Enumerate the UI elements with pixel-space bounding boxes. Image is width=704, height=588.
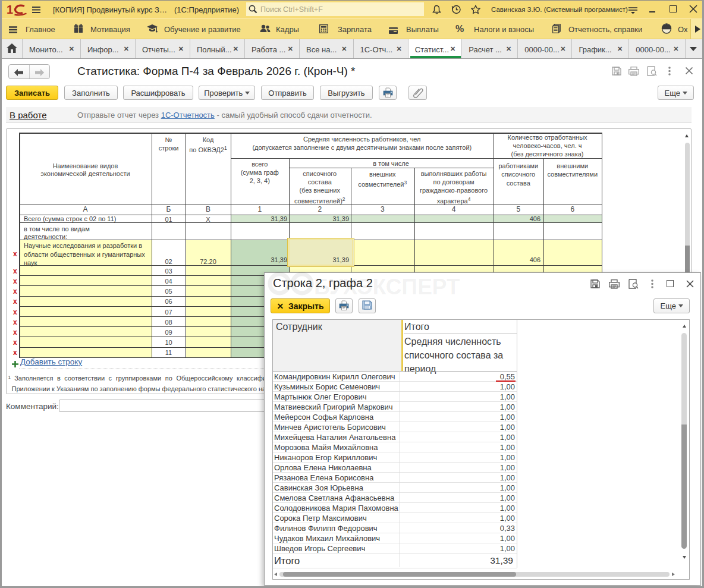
svg-text:БУХЭКСПЕРТ: БУХЭКСПЕРТ — [314, 275, 460, 299]
svg-text:1: 1 — [7, 4, 13, 16]
